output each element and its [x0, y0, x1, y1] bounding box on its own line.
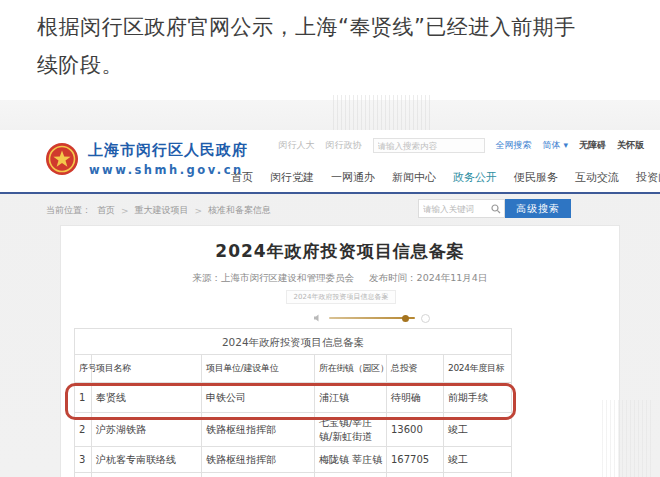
cell-investment: 167705 — [387, 447, 444, 473]
website-screenshot: 上海市闵行区人民政府 www.shmh.gov.cn 闵行人大 闵行政协 全网搜… — [0, 100, 660, 477]
cell-project-name: 沪苏湖铁路 — [92, 413, 202, 447]
col-no: 序号 — [75, 355, 92, 383]
speaker-icon[interactable] — [313, 313, 323, 323]
cell-investment: 13600 — [387, 413, 444, 447]
cell-no: 1 — [75, 383, 92, 413]
breadcrumb-filing-info[interactable]: 核准和备案信息 — [208, 204, 271, 217]
stripe-texture-top — [333, 95, 433, 135]
cell-target: 竣工 — [444, 447, 512, 473]
cell-unit: 申铁公司 — [202, 383, 315, 413]
site-url: www.shmh.gov.cn — [89, 163, 244, 177]
table-row-fengxian-line: 1 奉贤线 申铁公司 浦江镇 待明确 前期手续 — [75, 383, 512, 413]
advanced-search-button[interactable]: 高级搜索 — [505, 199, 571, 218]
col-target: 2024年度目标 — [444, 355, 512, 383]
cell-project-name: 奉贤线 — [92, 383, 202, 413]
care-mode-link[interactable]: 关怀版 — [617, 139, 644, 152]
projects-table: 2024年政府投资项目信息备案 序号 项目名称 项目单位/建设单位 所在街镇（园… — [74, 328, 512, 477]
cell-unit: 铁路枢纽指挥部 — [202, 413, 315, 447]
breadcrumb-separator: > — [121, 206, 129, 216]
document-title: 2024年政府投资项目信息备案 — [61, 240, 619, 263]
document-meta: 来源：上海市闵行区建设和管理委员会 发布时间：2024年11月4日 — [61, 272, 619, 285]
table-caption: 2024年政府投资项目信息备案 — [74, 328, 512, 354]
full-site-search-link[interactable]: 全网搜索 — [496, 139, 532, 152]
nav-interaction[interactable]: 互动交流 — [575, 170, 619, 185]
nav-convenience[interactable]: 便民服务 — [514, 170, 558, 185]
table-row-husuhu-railway: 2 沪苏湖铁路 铁路枢纽指挥部 七宝镇/莘庄镇/新虹街道 13600 竣工 — [75, 413, 512, 447]
main-nav: 首页 闵行党建 一网通办 新闻中心 政务公开 便民服务 互动交流 投资闵行 闵行… — [231, 170, 660, 185]
audio-player — [313, 312, 443, 324]
breadcrumb: 当前位置： 首页 > 重大建设项目 > 核准和备案信息 — [46, 204, 271, 217]
audio-progress-bar[interactable] — [329, 317, 415, 319]
header-top-links: 闵行人大 闵行政协 全网搜索 简体 ▾ 无障碍 关怀版 — [279, 138, 644, 153]
cell-town: 七宝镇/莘庄镇/新虹街道 — [315, 413, 387, 447]
link-renda[interactable]: 闵行人大 — [279, 139, 315, 152]
table-header-row: 序号 项目名称 项目单位/建设单位 所在街镇（园区） 总投资 2024年度目标 — [75, 355, 512, 383]
header-search-input[interactable] — [373, 138, 485, 153]
breadcrumb-home[interactable]: 首页 — [97, 204, 115, 217]
breadcrumb-bar: 当前位置： 首页 > 重大建设项目 > 核准和备案信息 高级搜索 — [0, 196, 660, 224]
nav-home[interactable]: 首页 — [231, 170, 253, 185]
document-card: 2024年政府投资项目信息备案 来源：上海市闵行区建设和管理委员会 发布时间：2… — [60, 225, 620, 477]
nav-services[interactable]: 一网通办 — [331, 170, 375, 185]
breadcrumb-label: 当前位置： — [46, 204, 91, 217]
article-intro-text: 根据闵行区政府官网公示，上海“奉贤线”已经进入前期手续阶段。 — [37, 8, 582, 84]
nav-news[interactable]: 新闻中心 — [392, 170, 436, 185]
cell-no: 3 — [75, 447, 92, 473]
col-unit: 项目单位/建设单位 — [202, 355, 315, 383]
table-row-huhang-link-line: 3 沪杭客专南联络线 铁路枢纽指挥部 梅陇镇 莘庄镇 167705 竣工 — [75, 447, 512, 473]
nav-gov-info[interactable]: 政务公开 — [453, 170, 497, 185]
search-icon[interactable] — [491, 204, 504, 214]
audio-loop-icon[interactable] — [421, 314, 430, 323]
breadcrumb-major-projects[interactable]: 重大建设项目 — [135, 204, 189, 217]
attachment-link[interactable]: 2024年政府投资项目信息备案 — [286, 290, 396, 304]
col-town: 所在街镇（园区） — [315, 355, 387, 383]
breadcrumb-separator: > — [195, 206, 203, 216]
cell-town: 梅陇镇 莘庄镇 — [315, 447, 387, 473]
accessibility-link[interactable]: 无障碍 — [579, 139, 606, 152]
site-header: 上海市闵行区人民政府 www.shmh.gov.cn 闵行人大 闵行政协 全网搜… — [0, 130, 660, 194]
document-source: 来源：上海市闵行区建设和管理委员会 — [193, 272, 355, 283]
cell-no: 2 — [75, 413, 92, 447]
table-row-partial — [75, 473, 512, 477]
nav-party[interactable]: 闵行党建 — [270, 170, 314, 185]
cell-target: 前期手续 — [444, 383, 512, 413]
article-page: 根据闵行区政府官网公示，上海“奉贤线”已经进入前期手续阶段。 上海市闵行区人民政… — [0, 0, 660, 477]
cell-unit: 铁路枢纽指挥部 — [202, 447, 315, 473]
site-title: 上海市闵行区人民政府 — [88, 141, 248, 160]
audio-progress-handle[interactable] — [402, 315, 409, 322]
keyword-search-input[interactable] — [419, 204, 491, 214]
cell-investment: 待明确 — [387, 383, 444, 413]
cell-town: 浦江镇 — [315, 383, 387, 413]
stripe-texture-right — [602, 400, 654, 477]
col-investment: 总投资 — [387, 355, 444, 383]
link-zhengxie[interactable]: 闵行政协 — [326, 139, 362, 152]
chevron-down-icon: ▾ — [563, 140, 568, 150]
keyword-search-box — [418, 199, 505, 218]
language-dropdown[interactable]: 简体 ▾ — [543, 139, 568, 152]
col-project-name: 项目名称 — [92, 355, 202, 383]
document-publish-date: 发布时间：2024年11月4日 — [369, 272, 487, 283]
nav-invest[interactable]: 投资闵行 — [636, 170, 660, 185]
gov-emblem-logo — [45, 142, 79, 176]
cell-target: 竣工 — [444, 413, 512, 447]
cell-project-name: 沪杭客专南联络线 — [92, 447, 202, 473]
